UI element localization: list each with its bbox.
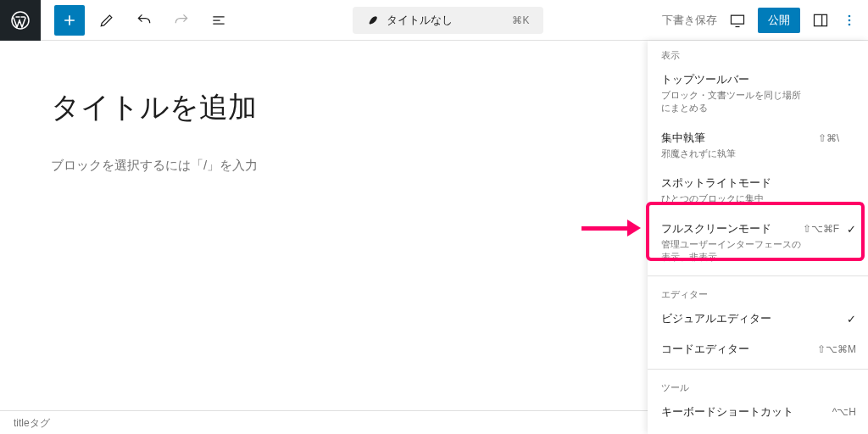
svg-point-3 bbox=[849, 14, 851, 17]
command-shortcut: ⌘K bbox=[512, 14, 529, 26]
svg-rect-2 bbox=[814, 14, 826, 25]
publish-button[interactable]: 公開 bbox=[758, 8, 800, 33]
menu-item-top-toolbar[interactable]: トップツールバー ブロック・文書ツールを同じ場所にまとめる bbox=[648, 65, 868, 124]
menu-divider bbox=[648, 275, 868, 276]
wordpress-logo[interactable] bbox=[0, 0, 41, 41]
breadcrumb-item[interactable]: titleタグ bbox=[14, 417, 50, 429]
add-block-button[interactable] bbox=[54, 5, 85, 36]
preview-button[interactable] bbox=[729, 12, 746, 29]
sidebar-icon bbox=[812, 12, 829, 29]
menu-item-keyboard-shortcuts[interactable]: キーボードショートカット ^⌥H bbox=[648, 398, 868, 428]
save-draft-button[interactable]: 下書き保存 bbox=[662, 13, 717, 28]
redo-button[interactable] bbox=[166, 5, 197, 36]
edit-mode-button[interactable] bbox=[92, 5, 122, 36]
menu-divider bbox=[648, 369, 868, 370]
document-title-bar[interactable]: タイトルなし ⌘K bbox=[353, 7, 542, 34]
menu-section-tools: ツール bbox=[648, 373, 868, 398]
svg-point-4 bbox=[849, 19, 851, 21]
check-icon: ✓ bbox=[847, 313, 856, 326]
menu-item-fullscreen-mode[interactable]: フルスクリーンモード 管理ユーザーインターフェースの表示、非表示 ⇧⌥⌘F ✓ bbox=[648, 214, 868, 273]
menu-item-visual-editor[interactable]: ビジュアルエディター ✓ bbox=[648, 304, 868, 335]
document-title: タイトルなし bbox=[387, 13, 453, 28]
svg-rect-1 bbox=[731, 15, 743, 24]
menu-section-view: 表示 bbox=[648, 41, 868, 65]
feather-icon bbox=[366, 14, 378, 26]
wordpress-icon bbox=[10, 10, 31, 31]
kebab-icon bbox=[841, 12, 858, 29]
menu-item-spotlight-mode[interactable]: スポットライトモード ひとつのブロックに集中 bbox=[648, 169, 868, 214]
check-icon: ✓ bbox=[847, 223, 856, 236]
undo-icon bbox=[136, 12, 153, 29]
desktop-icon bbox=[729, 12, 746, 29]
settings-panel-button[interactable] bbox=[812, 12, 829, 29]
plus-icon bbox=[61, 12, 78, 29]
top-toolbar: タイトルなし ⌘K 下書き保存 公開 bbox=[0, 0, 868, 41]
options-dropdown-menu: 表示 トップツールバー ブロック・文書ツールを同じ場所にまとめる 集中執筆 邪魔… bbox=[648, 41, 868, 434]
menu-item-focus-mode[interactable]: 集中執筆 邪魔されずに執筆 ⇧⌘\ bbox=[648, 124, 868, 169]
menu-item-copy-all-blocks[interactable]: すべてのブロックをコピー bbox=[648, 428, 868, 434]
undo-button[interactable] bbox=[129, 5, 159, 36]
options-menu-button[interactable] bbox=[841, 12, 858, 29]
annotation-arrow bbox=[581, 222, 641, 234]
menu-section-editor: エディター bbox=[648, 280, 868, 304]
redo-icon bbox=[173, 12, 190, 29]
document-overview-button[interactable] bbox=[203, 5, 234, 36]
svg-point-5 bbox=[849, 23, 851, 25]
pencil-icon bbox=[98, 12, 115, 29]
menu-item-code-editor[interactable]: コードエディター ⇧⌥⌘M bbox=[648, 335, 868, 365]
list-icon bbox=[210, 12, 227, 29]
